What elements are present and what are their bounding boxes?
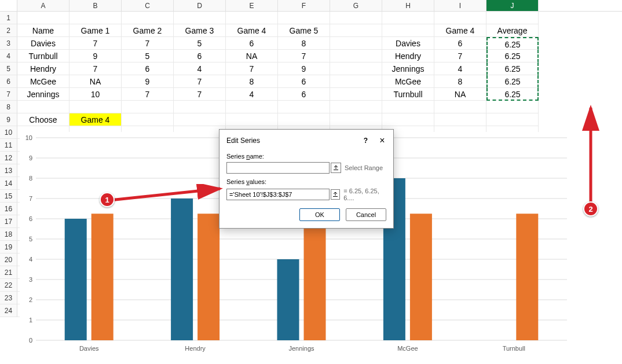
cell[interactable]: Game 4 — [226, 24, 278, 37]
cell[interactable] — [278, 113, 330, 126]
cell[interactable] — [69, 126, 122, 139]
cell[interactable]: 6 — [174, 50, 226, 62]
cell[interactable] — [69, 241, 122, 253]
cell[interactable] — [17, 177, 69, 190]
cell[interactable] — [434, 164, 486, 177]
cell[interactable] — [486, 215, 539, 228]
cell[interactable] — [17, 126, 69, 139]
cell[interactable] — [486, 253, 539, 266]
cell[interactable] — [226, 228, 278, 241]
cell[interactable] — [382, 304, 434, 317]
select-all-corner[interactable] — [0, 0, 17, 11]
cell[interactable] — [17, 101, 69, 113]
cell[interactable] — [330, 253, 382, 266]
cell[interactable] — [122, 126, 174, 139]
cell[interactable]: 5 — [122, 50, 174, 62]
cell[interactable] — [434, 177, 486, 190]
cell[interactable] — [278, 266, 330, 279]
cell[interactable]: 10 — [69, 88, 122, 101]
cell[interactable] — [486, 190, 539, 203]
cell[interactable] — [330, 101, 382, 113]
row-header[interactable]: 22 — [0, 279, 17, 292]
col-header-E[interactable]: E — [226, 0, 278, 11]
cell[interactable]: Turnbull — [17, 50, 69, 62]
cell[interactable] — [330, 113, 382, 126]
cell[interactable]: 6 — [278, 88, 330, 101]
cell[interactable] — [174, 279, 226, 292]
row-header[interactable]: 15 — [0, 190, 17, 203]
cell[interactable]: Jennings — [382, 62, 434, 75]
cell-highlighted[interactable]: Game 4 — [69, 113, 122, 126]
row-header[interactable]: 14 — [0, 177, 17, 190]
cell[interactable] — [17, 292, 69, 304]
cell[interactable] — [330, 50, 382, 62]
cell[interactable] — [69, 253, 122, 266]
cell[interactable] — [330, 62, 382, 75]
col-header-H[interactable]: H — [382, 0, 434, 11]
help-icon[interactable]: ? — [364, 137, 368, 145]
cell[interactable] — [69, 228, 122, 241]
cell[interactable] — [17, 164, 69, 177]
cell[interactable] — [486, 266, 539, 279]
cell[interactable] — [69, 304, 122, 317]
cell[interactable] — [69, 266, 122, 279]
cell[interactable]: Davies — [382, 37, 434, 50]
cell[interactable] — [69, 203, 122, 215]
cell[interactable] — [382, 101, 434, 113]
cell-selected[interactable]: 6.25 — [486, 50, 539, 62]
cell[interactable]: 6 — [122, 62, 174, 75]
cell[interactable] — [122, 292, 174, 304]
row-header[interactable]: 24 — [0, 304, 17, 317]
cell[interactable] — [382, 241, 434, 253]
cell[interactable] — [17, 241, 69, 253]
cell[interactable] — [17, 190, 69, 203]
cell[interactable]: 4 — [434, 62, 486, 75]
cancel-button[interactable]: Cancel — [346, 208, 386, 221]
cell[interactable]: 7 — [226, 62, 278, 75]
cell[interactable] — [17, 139, 69, 152]
dialog-titlebar[interactable]: Edit Series ? × — [219, 130, 393, 150]
row-header[interactable]: 2 — [0, 24, 17, 37]
cell[interactable] — [486, 139, 539, 152]
cell[interactable]: 9 — [122, 75, 174, 88]
cell[interactable] — [122, 177, 174, 190]
cell[interactable] — [486, 177, 539, 190]
cell[interactable] — [434, 279, 486, 292]
cell[interactable] — [69, 152, 122, 164]
cell[interactable] — [122, 139, 174, 152]
series-name-input[interactable] — [226, 162, 330, 174]
cell[interactable] — [434, 12, 486, 24]
cell[interactable]: 8 — [434, 75, 486, 88]
series-values-input[interactable]: ='Sheet 10'!$J$3:$J$7 — [226, 189, 330, 200]
cell[interactable] — [330, 292, 382, 304]
cell-selected[interactable]: 6.25 — [486, 75, 539, 88]
cell[interactable] — [278, 253, 330, 266]
cell[interactable] — [486, 203, 539, 215]
cell[interactable]: NA — [69, 75, 122, 88]
cell[interactable]: Name — [17, 24, 69, 37]
row-header[interactable]: 19 — [0, 241, 17, 253]
cell[interactable]: McGee — [382, 75, 434, 88]
cell[interactable] — [278, 12, 330, 24]
cell[interactable] — [174, 304, 226, 317]
cell-selected[interactable]: 6.25 — [486, 37, 539, 50]
cell[interactable]: Game 5 — [278, 24, 330, 37]
col-header-F[interactable]: F — [278, 0, 330, 11]
cell[interactable] — [434, 253, 486, 266]
cell[interactable]: Davies — [17, 37, 69, 50]
row-header[interactable]: 1 — [0, 12, 17, 24]
cell[interactable] — [174, 101, 226, 113]
cell[interactable] — [174, 177, 226, 190]
cell[interactable] — [434, 304, 486, 317]
cell[interactable] — [330, 279, 382, 292]
cell[interactable] — [382, 12, 434, 24]
cell[interactable] — [122, 241, 174, 253]
row-header[interactable]: 13 — [0, 164, 17, 177]
cell[interactable] — [69, 177, 122, 190]
cell[interactable]: Jennings — [17, 88, 69, 101]
cell[interactable] — [330, 37, 382, 50]
row-header[interactable]: 11 — [0, 139, 17, 152]
cell[interactable]: 6 — [226, 37, 278, 50]
cell[interactable]: 6 — [278, 75, 330, 88]
cell[interactable] — [174, 113, 226, 126]
